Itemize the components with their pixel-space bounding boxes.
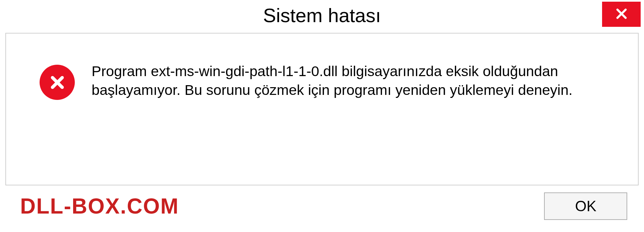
close-button[interactable] <box>602 2 641 27</box>
content-row: Program ext-ms-win-gdi-path-l1-1-0.dll b… <box>6 34 638 110</box>
dialog-message: Program ext-ms-win-gdi-path-l1-1-0.dll b… <box>92 62 595 100</box>
watermark-text: DLL-BOX.COM <box>20 194 179 219</box>
close-icon <box>614 7 629 22</box>
error-icon <box>40 65 75 100</box>
title-bar: Sistem hatası <box>0 0 644 30</box>
ok-button[interactable]: OK <box>544 192 627 220</box>
footer: DLL-BOX.COM OK <box>0 191 644 220</box>
dialog-content: Program ext-ms-win-gdi-path-l1-1-0.dll b… <box>5 33 639 185</box>
dialog-title: Sistem hatası <box>263 4 381 26</box>
